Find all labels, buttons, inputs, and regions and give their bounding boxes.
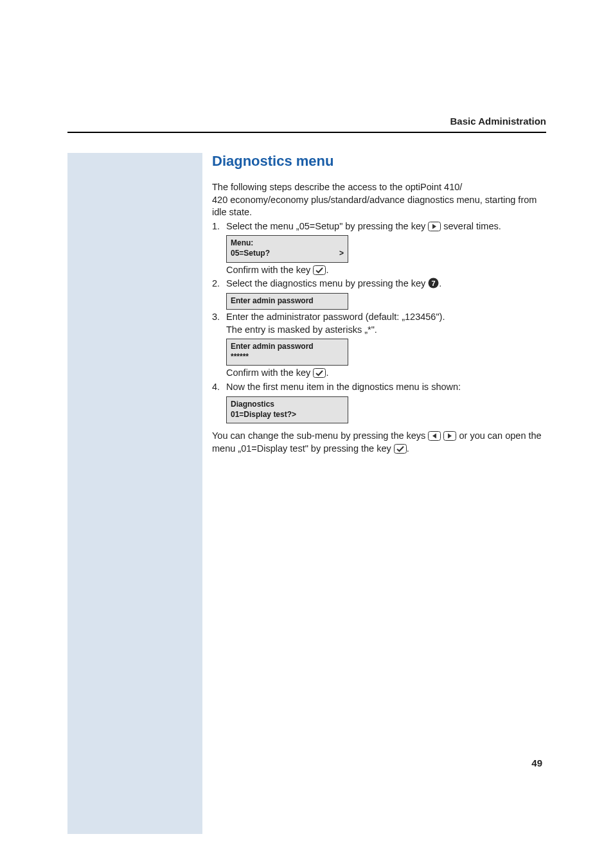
page-header: Basic Administration xyxy=(67,116,546,127)
confirm-1-pre: Confirm with the key xyxy=(226,265,313,275)
display-box4-line2: 01=Display test?> xyxy=(231,409,344,420)
display-box-enter-password-masked: Enter admin password ****** xyxy=(226,339,348,366)
step-2-pre: Select the diagnostics menu by pressing … xyxy=(226,278,428,288)
step-1: 1. Select the menu „05=Setup" by pressin… xyxy=(212,220,543,233)
confirm-3: Confirm with the key . xyxy=(226,367,543,380)
left-margin-bar xyxy=(67,153,202,834)
closing-pre: You can change the sub-menu by pressing … xyxy=(212,430,428,441)
step-3: 3. Enter the administrator password (def… xyxy=(212,311,543,336)
step-2: 2. Select the diagnostics menu by pressi… xyxy=(212,278,543,290)
display-box1-arrow: > xyxy=(339,248,344,258)
display-box4-line1: Diagnostics xyxy=(231,399,344,409)
page-container: Basic Administration Diagnostics menu Th… xyxy=(67,116,546,137)
confirm-1: Confirm with the key . xyxy=(226,264,543,277)
confirm-3-post: . xyxy=(326,368,328,378)
display-box-enter-password: Enter admin password xyxy=(226,293,348,310)
header-rule xyxy=(67,132,546,133)
step-2-post: . xyxy=(439,278,441,288)
confirm-3-pre: Confirm with the key xyxy=(226,368,313,378)
display-box-menu-setup: Menu: 05=Setup? > xyxy=(226,235,348,262)
display-box2-line1: Enter admin password xyxy=(231,296,344,306)
step-2-num: 2. xyxy=(212,278,226,290)
step-2-body: Select the diagnostics menu by pressing … xyxy=(226,278,543,290)
content-column: Diagnostics menu The following steps des… xyxy=(212,153,543,455)
step-1-pre: Select the menu „05=Setup" by pressing t… xyxy=(226,221,428,231)
left-arrow-key-icon xyxy=(428,431,441,441)
step-4-body: Now the first menu item in the dignostic… xyxy=(226,381,543,394)
section-title: Diagnostics menu xyxy=(212,153,543,170)
svg-rect-1 xyxy=(314,265,326,274)
display-box1-line2: 05=Setup? xyxy=(231,248,270,258)
confirm-1-post: . xyxy=(326,265,328,275)
page-number: 49 xyxy=(531,757,542,768)
check-key-icon xyxy=(394,444,407,454)
step-3-body: Enter the administrator password (defaul… xyxy=(226,311,543,336)
step-3-line2: The entry is masked by asterisks „*". xyxy=(226,324,377,335)
intro-line2: 420 economy/economy plus/standard/advanc… xyxy=(212,195,537,218)
check-key-icon xyxy=(313,368,326,378)
closing-post: . xyxy=(407,443,409,454)
closing-text: You can change the sub-menu by pressing … xyxy=(212,430,543,455)
right-arrow-key-icon xyxy=(428,222,441,231)
step-3-line1: Enter the administrator password (defaul… xyxy=(226,312,445,322)
step-4-num: 4. xyxy=(212,381,226,394)
intro-text: The following steps describe the access … xyxy=(212,181,543,219)
intro-line1: The following steps describe the access … xyxy=(212,182,462,192)
display-box-diagnostics: Diagnostics 01=Display test?> xyxy=(226,396,348,423)
display-box1-line1: Menu: xyxy=(231,238,344,248)
svg-text:7: 7 xyxy=(432,279,436,287)
svg-rect-7 xyxy=(394,444,406,453)
seven-key-icon: 7 xyxy=(428,278,439,288)
svg-rect-4 xyxy=(314,369,326,378)
display-box3-line2: ****** xyxy=(231,351,344,362)
step-3-num: 3. xyxy=(212,311,226,336)
step-1-num: 1. xyxy=(212,220,226,233)
display-box3-line1: Enter admin password xyxy=(231,341,344,351)
step-4: 4. Now the first menu item in the dignos… xyxy=(212,381,543,394)
check-key-icon xyxy=(313,265,326,275)
step-1-post: several times. xyxy=(441,221,501,231)
step-1-body: Select the menu „05=Setup" by pressing t… xyxy=(226,220,543,233)
right-arrow-key-icon xyxy=(443,431,456,441)
